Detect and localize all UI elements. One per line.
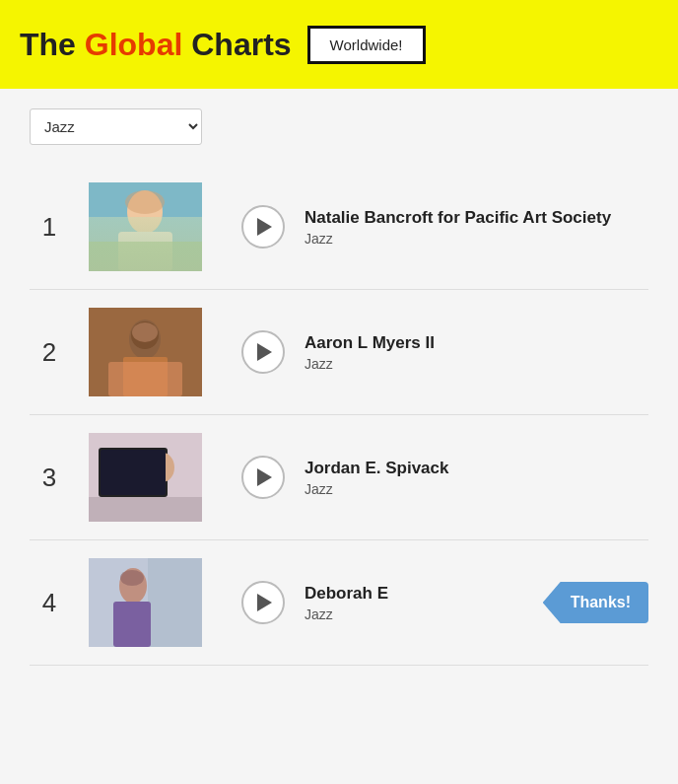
play-icon (257, 218, 272, 236)
chart-item: 3 Jordan E. Spivack Jazz (30, 415, 648, 540)
play-button[interactable] (241, 330, 285, 374)
chart-rank: 2 (30, 337, 69, 368)
chart-artist-name: Aaron L Myers II (305, 333, 648, 353)
svg-rect-17 (148, 558, 202, 647)
chart-genre-label: Jazz (305, 606, 533, 622)
chart-info: Deborah E Jazz (305, 584, 533, 622)
chart-artist-name: Natalie Bancroft for Pacific Art Society (305, 208, 648, 228)
title-highlight: Global (85, 27, 183, 62)
svg-point-10 (132, 322, 158, 342)
chart-artist-name: Jordan E. Spivack (305, 459, 648, 478)
app-title: The Global Charts (20, 27, 292, 63)
title-prefix: The (20, 27, 85, 62)
play-button[interactable] (241, 205, 285, 249)
main-content: Jazz Pop Rock Classical Blues Country 1 (0, 89, 678, 784)
thumbnail-image (89, 308, 202, 396)
thumbnail-image (89, 558, 202, 647)
chart-artist-name: Deborah E (305, 584, 533, 604)
chart-item: 1 Natalie Bancroft for Pacific Art Socie… (30, 165, 648, 290)
play-icon (257, 343, 272, 361)
svg-rect-15 (89, 497, 202, 522)
chart-genre-label: Jazz (305, 481, 648, 497)
chart-thumbnail (89, 558, 202, 647)
chart-info: Natalie Bancroft for Pacific Art Society… (305, 208, 648, 247)
play-icon (257, 468, 272, 486)
chart-thumbnail (89, 182, 202, 271)
play-button[interactable] (241, 581, 285, 624)
svg-point-20 (120, 570, 144, 586)
worldwide-button[interactable]: Worldwide! (307, 26, 426, 64)
svg-rect-14 (101, 450, 166, 495)
svg-point-4 (125, 190, 165, 214)
genre-dropdown[interactable]: Jazz Pop Rock Classical Blues Country (30, 108, 202, 145)
chart-item: 4 Deborah E Jazz Thanks! (30, 540, 648, 666)
chart-thumbnail (89, 308, 202, 396)
thanks-label: Thanks! (543, 582, 648, 623)
play-button[interactable] (241, 456, 285, 499)
title-suffix: Charts (182, 27, 291, 62)
thanks-badge: Thanks! (543, 582, 648, 623)
play-icon (257, 594, 272, 611)
chart-genre-label: Jazz (305, 356, 648, 372)
thumbnail-image (89, 182, 202, 271)
thumbnail-image (89, 433, 202, 522)
app-header: The Global Charts Worldwide! (0, 0, 678, 89)
chart-info: Aaron L Myers II Jazz (305, 333, 648, 372)
chart-thumbnail (89, 433, 202, 522)
svg-rect-8 (108, 362, 182, 396)
svg-rect-3 (89, 242, 202, 271)
svg-rect-19 (113, 602, 151, 647)
chart-rank: 4 (30, 588, 69, 618)
chart-list: 1 Natalie Bancroft for Pacific Art Socie… (30, 165, 648, 666)
chart-rank: 3 (30, 463, 69, 493)
chart-rank: 1 (30, 212, 69, 243)
chart-info: Jordan E. Spivack Jazz (305, 459, 648, 497)
svg-rect-2 (118, 232, 172, 271)
chart-item: 2 Aaron L Myers II Jazz (30, 290, 648, 415)
chart-genre-label: Jazz (305, 231, 648, 247)
